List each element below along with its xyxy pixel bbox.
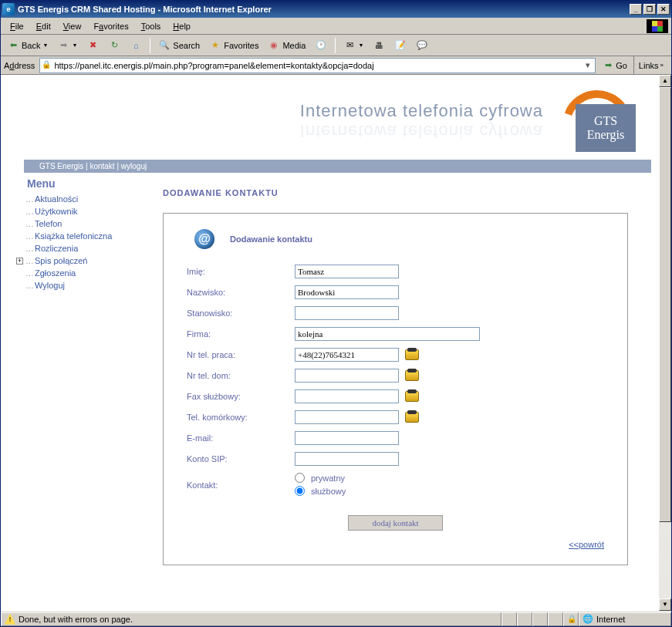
print-button[interactable]: 🖶: [370, 38, 388, 53]
menu-file[interactable]: File: [4, 20, 30, 32]
input-nazwisko[interactable]: [295, 285, 399, 299]
window-title: GTS Energis CRM Shared Hosting - Microso…: [18, 5, 272, 14]
expand-icon[interactable]: +: [16, 258, 23, 265]
search-button[interactable]: 🔍Search: [155, 38, 203, 53]
menu-help[interactable]: Help: [167, 20, 197, 32]
print-icon: 🖶: [373, 39, 385, 52]
sidebar-item-4[interactable]: Rozliczenia: [27, 242, 137, 255]
submit-button[interactable]: dodaj kontakt: [348, 515, 442, 531]
label-tel-praca: Nr tel. praca:: [187, 350, 295, 359]
back-link[interactable]: <<powrót: [569, 540, 604, 549]
links-button[interactable]: Links »: [633, 56, 668, 74]
phone-icon[interactable]: [405, 412, 419, 423]
sidebar: Menu AktualnościUżytkownikTelefonKsiążka…: [24, 173, 140, 581]
input-komorka[interactable]: [295, 410, 399, 424]
phone-icon[interactable]: [405, 349, 419, 360]
lock-icon: 🔒: [567, 615, 576, 623]
input-tel-dom[interactable]: [295, 369, 399, 383]
favorites-button[interactable]: ★Favorites: [206, 38, 262, 53]
radio-sluzbowy[interactable]: [295, 486, 305, 496]
history-icon: 🕑: [315, 39, 327, 52]
slogan-reflection: Internetowa telefonia cyfrowa: [300, 121, 543, 141]
zone-text: Internet: [596, 615, 625, 624]
toolbar: ⬅ Back ▼ ➡ ▼ ✖ ↻ ⌂ 🔍Search ★Favorites ◉M…: [1, 35, 671, 56]
forward-button[interactable]: ➡ ▼: [54, 38, 80, 53]
dropdown-icon: ▼: [42, 42, 48, 48]
refresh-button[interactable]: ↻: [105, 38, 123, 53]
vertical-scrollbar[interactable]: ▲ ▼: [659, 75, 671, 611]
nav-contact[interactable]: kontakt: [89, 162, 114, 170]
maximize-button[interactable]: ❐: [643, 4, 656, 15]
menu-view[interactable]: View: [57, 20, 88, 32]
url-text: https://panel.itc.energis.pl/main.php?pr…: [54, 61, 583, 70]
history-button[interactable]: 🕑: [312, 38, 330, 53]
phone-icon[interactable]: [405, 370, 419, 381]
label-firma: Firma:: [187, 329, 295, 339]
url-dropdown-icon[interactable]: ▾: [583, 60, 593, 70]
media-icon: ◉: [268, 39, 280, 52]
input-tel-praca[interactable]: [295, 348, 399, 362]
discuss-icon: 💬: [416, 39, 428, 52]
warning-icon: !: [5, 614, 15, 625]
label-nazwisko: Nazwisko:: [187, 288, 295, 297]
home-icon: ⌂: [130, 39, 142, 52]
window-titlebar: e GTS Energis CRM Shared Hosting - Micro…: [1, 1, 671, 18]
menu-edit[interactable]: Edit: [30, 20, 57, 32]
form-panel: @ Dodawanie kontaktu Imię: Nazwisko:: [163, 213, 628, 565]
input-email[interactable]: [295, 431, 399, 445]
scroll-thumb[interactable]: [659, 87, 671, 522]
search-label: Search: [173, 41, 200, 50]
sidebar-item-5[interactable]: Spis połączeń+: [27, 255, 137, 267]
sidebar-item-2[interactable]: Telefon: [27, 217, 137, 230]
address-label: Address: [4, 61, 35, 70]
forward-icon: ➡: [57, 39, 69, 52]
top-navbar: GTS Energis | kontakt | wyloguj: [24, 160, 651, 173]
sidebar-item-7[interactable]: Wyloguj: [27, 279, 137, 292]
phone-icon[interactable]: [405, 391, 419, 402]
mail-button[interactable]: ✉▼: [340, 38, 366, 53]
logo-line2: Energis: [587, 128, 625, 142]
input-sip[interactable]: [295, 452, 399, 466]
discuss-button[interactable]: 💬: [413, 38, 431, 53]
nav-brand[interactable]: GTS Energis: [39, 162, 83, 170]
refresh-icon: ↻: [108, 39, 120, 52]
close-button[interactable]: ✕: [657, 4, 670, 15]
stop-icon: ✖: [86, 39, 99, 52]
label-sip: Konto SIP:: [187, 454, 295, 464]
edit-button[interactable]: 📝: [391, 38, 410, 53]
back-button[interactable]: ⬅ Back ▼: [4, 38, 51, 53]
radio-prywatny[interactable]: [295, 473, 305, 483]
statusbar: ! Done, but with errors on page. 🔒 🌐 Int…: [1, 611, 671, 626]
sidebar-item-1[interactable]: Użytkownik: [27, 205, 137, 217]
go-button[interactable]: ➡ Go: [599, 59, 630, 72]
menu-tools[interactable]: Tools: [135, 20, 167, 32]
dropdown-icon: ▼: [72, 42, 77, 48]
star-icon: ★: [209, 39, 221, 52]
scroll-up-button[interactable]: ▲: [659, 75, 671, 87]
menubar: File Edit View Favorites Tools Help: [1, 18, 671, 35]
page-title: DODAWANIE KONTAKTU: [163, 188, 628, 197]
label-stanowisko: Stanowisko:: [187, 308, 295, 318]
minimize-button[interactable]: _: [630, 4, 642, 15]
label-imie: Imię:: [187, 267, 295, 276]
input-imie[interactable]: [295, 265, 399, 278]
search-icon: 🔍: [158, 39, 171, 52]
scroll-down-button[interactable]: ▼: [659, 598, 671, 611]
nav-logout[interactable]: wyloguj: [121, 162, 147, 170]
media-button[interactable]: ◉Media: [265, 38, 309, 53]
input-stanowisko[interactable]: [295, 306, 399, 320]
windows-flag-icon: [647, 19, 668, 33]
home-button[interactable]: ⌂: [127, 38, 145, 53]
input-firma[interactable]: [295, 327, 480, 341]
status-text: Done, but with errors on page.: [19, 615, 133, 624]
sidebar-item-0[interactable]: Aktualności: [27, 193, 137, 205]
sidebar-item-6[interactable]: Zgłoszenia: [27, 267, 137, 279]
sidebar-item-3[interactable]: Książka telefoniczna: [27, 230, 137, 242]
stop-button[interactable]: ✖: [83, 38, 102, 53]
input-fax[interactable]: [295, 389, 399, 403]
url-input-box[interactable]: 🔒 https://panel.itc.energis.pl/main.php?…: [39, 58, 596, 73]
separator: [335, 38, 336, 53]
menu-favorites[interactable]: Favorites: [87, 20, 134, 32]
ie-icon: e: [2, 3, 15, 15]
back-icon: ⬅: [7, 39, 19, 52]
